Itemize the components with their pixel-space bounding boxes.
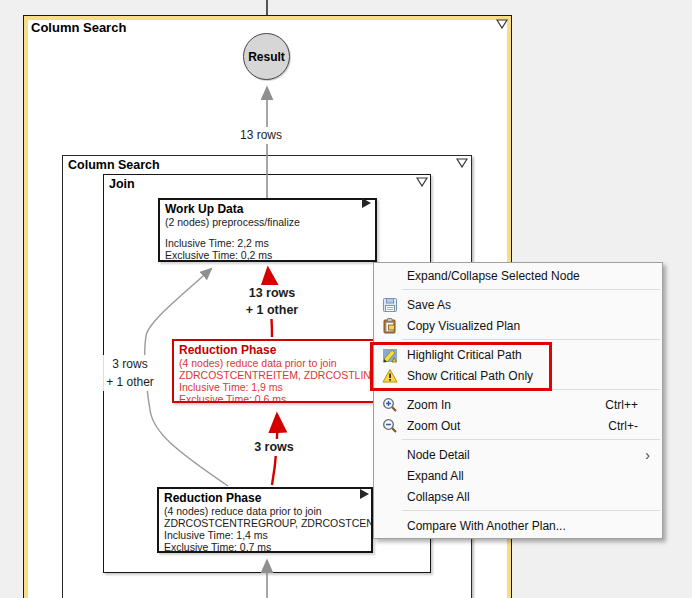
- menu-separator: [402, 289, 660, 290]
- zoom-in-icon: [378, 397, 402, 413]
- menu-item-expand-all[interactable]: Expand All: [374, 465, 662, 486]
- node-exclusive-time: Exclusive Time: 0,6 ms: [179, 393, 370, 403]
- node-title: Reduction Phase: [179, 343, 370, 357]
- node-desc: (4 nodes) reduce data prior to join: [179, 357, 370, 369]
- group-title: Column Search: [31, 20, 126, 35]
- menu-item-compare-with-another-plan[interactable]: Compare With Another Plan...: [374, 515, 662, 536]
- node-reduction-phase[interactable]: Reduction Phase (4 nodes) reduce data pr…: [157, 487, 373, 553]
- node-subtitle: (2 nodes) preprocess/finalize: [165, 216, 370, 228]
- context-menu: Expand/Collapse Selected Node Save As: [373, 262, 663, 539]
- menu-separator: [402, 439, 660, 440]
- collapse-triangle-icon[interactable]: [496, 19, 508, 29]
- node-expand-arrow-icon[interactable]: [362, 198, 371, 208]
- node-exclusive-time: Exclusive Time: 0,2 ms: [165, 249, 370, 261]
- annotation-highlight-rectangle: [370, 342, 552, 391]
- menu-shortcut: Ctrl++: [605, 398, 662, 412]
- node-desc: ZDRCOSTCENTREITEM, ZDRCOSTLINEI: [179, 369, 370, 381]
- menu-item-zoom-in[interactable]: Zoom In Ctrl++: [374, 394, 662, 415]
- node-inclusive-time: Inclusive Time: 2,2 ms: [165, 237, 370, 249]
- copy-icon: [378, 318, 402, 334]
- node-work-up-data[interactable]: Work Up Data (2 nodes) preprocess/finali…: [158, 198, 377, 262]
- node-title: Reduction Phase: [164, 491, 366, 505]
- edge-result-outgoing: [266, 0, 268, 15]
- save-icon: [378, 297, 402, 313]
- node-inclusive-time: Inclusive Time: 1,4 ms: [164, 529, 366, 541]
- result-node[interactable]: Result: [243, 33, 290, 80]
- group-title: Column Search: [68, 158, 160, 172]
- node-exclusive-time: Exclusive Time: 0,7 ms: [164, 541, 366, 553]
- node-desc: ZDRCOSTCENTREGROUP, ZDRCOSTCEN..: [164, 517, 366, 529]
- edge-label-rows: 13 rows + 1 other: [243, 285, 301, 319]
- node-expand-arrow-icon[interactable]: [360, 489, 369, 499]
- node-reduction-phase-critical[interactable]: Reduction Phase (4 nodes) reduce data pr…: [172, 339, 377, 403]
- menu-item-node-detail[interactable]: Node Detail ›: [374, 444, 662, 465]
- planviz-canvas: Column Search Column Search Join 13: [0, 0, 692, 598]
- edge-label-rows: 13 rows: [237, 127, 285, 144]
- edge-label-rows: 3 rows + 1 other: [103, 355, 157, 391]
- menu-separator: [402, 510, 660, 511]
- menu-item-collapse-all[interactable]: Collapse All: [374, 486, 662, 507]
- edge-label-rows: 3 rows: [251, 439, 297, 456]
- zoom-out-icon: [378, 418, 402, 434]
- group-title: Join: [109, 177, 135, 191]
- submenu-arrow-icon: ›: [645, 448, 662, 462]
- node-title: Work Up Data: [165, 202, 370, 216]
- collapse-triangle-icon[interactable]: [416, 177, 428, 187]
- menu-separator: [402, 339, 660, 340]
- node-desc: (4 nodes) reduce data prior to join: [164, 505, 366, 517]
- menu-item-expand-collapse-selected-node[interactable]: Expand/Collapse Selected Node: [374, 265, 662, 286]
- node-inclusive-time: Inclusive Time: 1,9 ms: [179, 381, 370, 393]
- menu-item-save-as[interactable]: Save As: [374, 294, 662, 315]
- menu-item-copy-visualized-plan[interactable]: Copy Visualized Plan: [374, 315, 662, 336]
- menu-shortcut: Ctrl+-: [608, 419, 662, 433]
- menu-item-zoom-out[interactable]: Zoom Out Ctrl+-: [374, 415, 662, 436]
- collapse-triangle-icon[interactable]: [456, 158, 468, 168]
